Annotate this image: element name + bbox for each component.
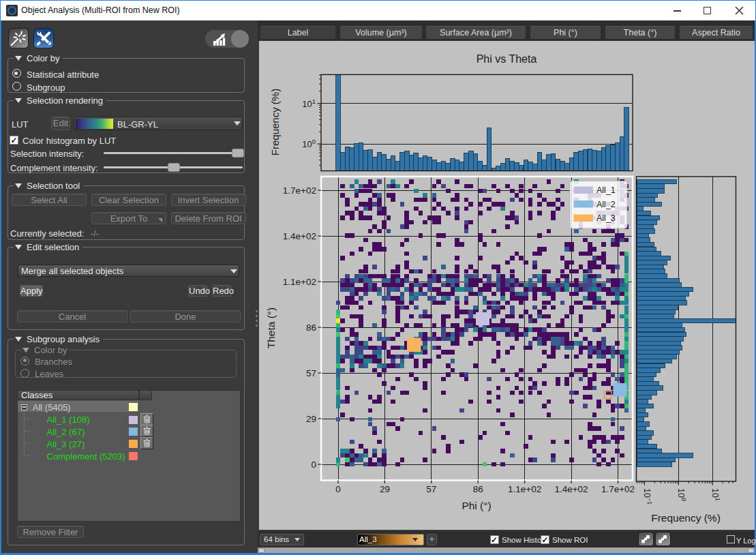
- svg-text:0: 0: [335, 484, 341, 494]
- svg-text:Frequency (%): Frequency (%): [651, 512, 721, 524]
- svg-text:Frequency (%): Frequency (%): [269, 89, 281, 155]
- svg-text:1.4e+02: 1.4e+02: [283, 231, 316, 241]
- svg-text:1.7e+02: 1.7e+02: [601, 484, 635, 494]
- svg-text:All_1: All_1: [596, 185, 616, 195]
- svg-text:Phi (°): Phi (°): [462, 500, 491, 511]
- svg-text:57: 57: [426, 484, 436, 494]
- svg-text:0: 0: [311, 460, 316, 470]
- svg-text:57: 57: [306, 368, 316, 378]
- svg-text:29: 29: [380, 484, 390, 494]
- svg-text:Phi vs Theta: Phi vs Theta: [477, 53, 537, 65]
- svg-text:All_3: All_3: [596, 213, 616, 223]
- svg-text:29: 29: [306, 414, 316, 424]
- svg-text:86: 86: [473, 484, 483, 494]
- svg-text:1.1e+02: 1.1e+02: [283, 277, 316, 287]
- svg-text:1.7e+02: 1.7e+02: [283, 185, 316, 196]
- svg-text:86: 86: [306, 322, 316, 333]
- svg-text:Theta (°): Theta (°): [265, 308, 277, 348]
- svg-text:All_2: All_2: [596, 200, 616, 209]
- svg-text:1.1e+02: 1.1e+02: [508, 484, 541, 494]
- svg-text:1.4e+02: 1.4e+02: [554, 484, 588, 494]
